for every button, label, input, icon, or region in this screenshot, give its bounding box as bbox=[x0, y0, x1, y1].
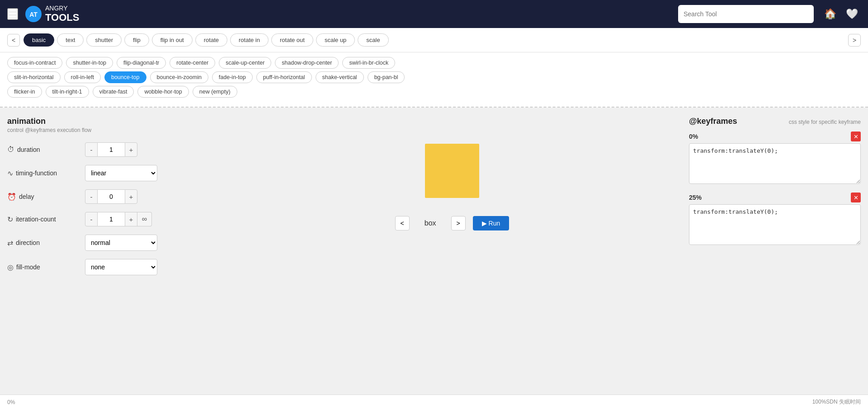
animation-subtitle: control @keyframes execution flow bbox=[7, 127, 215, 133]
chip-bounce-in-zoomin[interactable]: bounce-in-zoomin bbox=[150, 71, 208, 83]
keyframe-0: 0% ✕ transform:translateY(0); bbox=[689, 132, 861, 185]
keyframe-25-header: 25% ✕ bbox=[689, 193, 861, 202]
keyframe-0-textarea[interactable]: transform:translateY(0); bbox=[689, 143, 861, 184]
tab-rotate-out[interactable]: rotate out bbox=[271, 33, 313, 47]
direction-text: direction bbox=[16, 239, 40, 246]
keyframe-0-percent: 0% bbox=[689, 133, 698, 140]
controls-panel: animation control @keyframes execution f… bbox=[7, 117, 215, 283]
duration-input[interactable] bbox=[98, 142, 125, 157]
tabs-prev-button[interactable]: < bbox=[7, 34, 20, 47]
preview-panel: < box > ▶ Run bbox=[224, 117, 680, 283]
keyframe-25: 25% ✕ transform:translateY(0); bbox=[689, 193, 861, 246]
home-button[interactable]: 🏠 bbox=[821, 5, 839, 23]
run-button[interactable]: ▶ Run bbox=[473, 216, 509, 230]
keyframe-25-textarea[interactable]: transform:translateY(0); bbox=[689, 204, 861, 245]
iteration-minus-button[interactable]: - bbox=[85, 212, 98, 226]
chip-shake-vertical[interactable]: shake-vertical bbox=[316, 71, 364, 83]
tab-scale-up[interactable]: scale up bbox=[316, 33, 355, 47]
brand-text: ANGRY TOOLS bbox=[45, 5, 79, 23]
favorites-button[interactable]: 🤍 bbox=[843, 5, 861, 23]
tab-scale[interactable]: scale bbox=[358, 33, 388, 47]
tabs-container: < basic text shutter flip flip in out ro… bbox=[0, 28, 868, 52]
iteration-icon: ↻ bbox=[7, 215, 13, 224]
tab-flip[interactable]: flip bbox=[124, 33, 149, 47]
keyframe-0-header: 0% ✕ bbox=[689, 132, 861, 141]
keyframes-list: 0% ✕ transform:translateY(0); 25% ✕ tran… bbox=[689, 132, 861, 246]
duration-icon: ⏱ bbox=[7, 146, 14, 154]
home-icon: 🏠 bbox=[824, 8, 836, 20]
chips-row-3: flicker-in tilt-in-right-1 vibrate-fast … bbox=[7, 86, 861, 98]
delay-label: ⏰ delay bbox=[7, 193, 80, 201]
chip-flicker-in[interactable]: flicker-in bbox=[7, 86, 42, 98]
tab-rotate-in[interactable]: rotate in bbox=[230, 33, 269, 47]
fill-mode-text: fill-mode bbox=[16, 263, 40, 271]
chip-vibrate-fast[interactable]: vibrate-fast bbox=[93, 86, 134, 98]
tab-basic[interactable]: basic bbox=[24, 33, 54, 47]
delay-minus-button[interactable]: - bbox=[85, 189, 98, 204]
delay-icon: ⏰ bbox=[7, 193, 16, 201]
tabs-next-button[interactable]: > bbox=[848, 34, 861, 47]
delay-row: ⏰ delay - + bbox=[7, 189, 215, 204]
tab-rotate[interactable]: rotate bbox=[195, 33, 227, 47]
fill-mode-icon: ◎ bbox=[7, 263, 14, 272]
iteration-label: ↻ iteration-count bbox=[7, 215, 80, 224]
timing-text: timing-function bbox=[16, 169, 57, 177]
tab-shutter[interactable]: shutter bbox=[86, 33, 122, 47]
keyframe-25-delete-button[interactable]: ✕ bbox=[851, 193, 861, 202]
keyframes-header: @keyframes css style for specific keyfra… bbox=[689, 117, 861, 126]
chip-swirl-in-br-clock[interactable]: swirl-in-br-clock bbox=[342, 57, 395, 69]
iteration-input[interactable] bbox=[98, 212, 125, 226]
preview-next-button[interactable]: > bbox=[451, 216, 466, 230]
tab-text[interactable]: text bbox=[57, 33, 84, 47]
iteration-text: iteration-count bbox=[16, 216, 56, 223]
timing-icon: ∿ bbox=[7, 169, 13, 178]
chip-bg-pan-bl[interactable]: bg-pan-bl bbox=[368, 71, 405, 83]
preview-prev-button[interactable]: < bbox=[395, 216, 410, 230]
menu-icon[interactable]: ☰ bbox=[7, 8, 18, 20]
keyframes-subtitle: css style for specific keyframe bbox=[789, 119, 861, 125]
iteration-plus-button[interactable]: + bbox=[125, 212, 137, 226]
search-container bbox=[678, 5, 814, 23]
brand-tools: TOOLS bbox=[45, 12, 79, 23]
chip-fade-in-top[interactable]: fade-in-top bbox=[212, 71, 253, 83]
fill-mode-label: ◎ fill-mode bbox=[7, 263, 80, 272]
chip-slit-in-horizontal[interactable]: slit-in-horizontal bbox=[7, 71, 61, 83]
timing-row: ∿ timing-function linear ease ease-in ea… bbox=[7, 165, 215, 181]
chip-flip-diagonal-tr[interactable]: flip-diagonal-tr bbox=[117, 57, 166, 69]
chip-tilt-in-right-1[interactable]: tilt-in-right-1 bbox=[46, 86, 89, 98]
delay-text: delay bbox=[19, 193, 34, 200]
chip-roll-in-left[interactable]: roll-in-left bbox=[64, 71, 101, 83]
iteration-infinity-button[interactable]: ∞ bbox=[137, 212, 152, 226]
chip-puff-in-horizontal[interactable]: puff-in-horizontal bbox=[256, 71, 312, 83]
duration-row: ⏱ duration - + bbox=[7, 142, 215, 157]
direction-select[interactable]: normal reverse alternate alternate-rever… bbox=[85, 235, 157, 251]
duration-plus-button[interactable]: + bbox=[125, 142, 137, 157]
duration-minus-button[interactable]: - bbox=[85, 142, 98, 157]
fill-mode-row: ◎ fill-mode none forwards backwards both bbox=[7, 259, 215, 275]
chip-shadow-drop-center[interactable]: shadow-drop-center bbox=[275, 57, 339, 69]
delay-plus-button[interactable]: + bbox=[125, 189, 137, 204]
fill-mode-select[interactable]: none forwards backwards both bbox=[85, 259, 157, 275]
keyframe-0-delete-button[interactable]: ✕ bbox=[851, 132, 861, 141]
header-icons: 🏠 🤍 bbox=[821, 5, 861, 23]
chip-focus-in-contract[interactable]: focus-in-contract bbox=[7, 57, 62, 69]
search-input[interactable] bbox=[678, 5, 814, 23]
chip-bounce-top[interactable]: bounce-top bbox=[104, 71, 146, 83]
chip-new-empty[interactable]: new (empty) bbox=[193, 86, 237, 98]
main-content: animation control @keyframes execution f… bbox=[0, 108, 868, 292]
chip-scale-up-center[interactable]: scale-up-center bbox=[219, 57, 271, 69]
duration-text: duration bbox=[17, 146, 40, 153]
chip-wobble-hor-top[interactable]: wobble-hor-top bbox=[137, 86, 189, 98]
chip-rotate-center[interactable]: rotate-center bbox=[170, 57, 215, 69]
chip-shutter-in-top[interactable]: shutter-in-top bbox=[66, 57, 113, 69]
chips-row-2: slit-in-horizontal roll-in-left bounce-t… bbox=[7, 71, 861, 83]
header: ☰ AT ANGRY TOOLS 🏠 🤍 bbox=[0, 0, 868, 28]
tabs-list: basic text shutter flip flip in out rota… bbox=[24, 33, 844, 47]
delay-input[interactable] bbox=[98, 189, 125, 204]
timing-select[interactable]: linear ease ease-in ease-out ease-in-out bbox=[85, 165, 157, 181]
direction-row: ⇄ direction normal reverse alternate alt… bbox=[7, 235, 215, 251]
duration-label: ⏱ duration bbox=[7, 146, 80, 154]
chips-row-1: focus-in-contract shutter-in-top flip-di… bbox=[7, 57, 861, 69]
keyframes-title: @keyframes bbox=[689, 117, 737, 126]
tab-flip-in-out[interactable]: flip in out bbox=[152, 33, 193, 47]
